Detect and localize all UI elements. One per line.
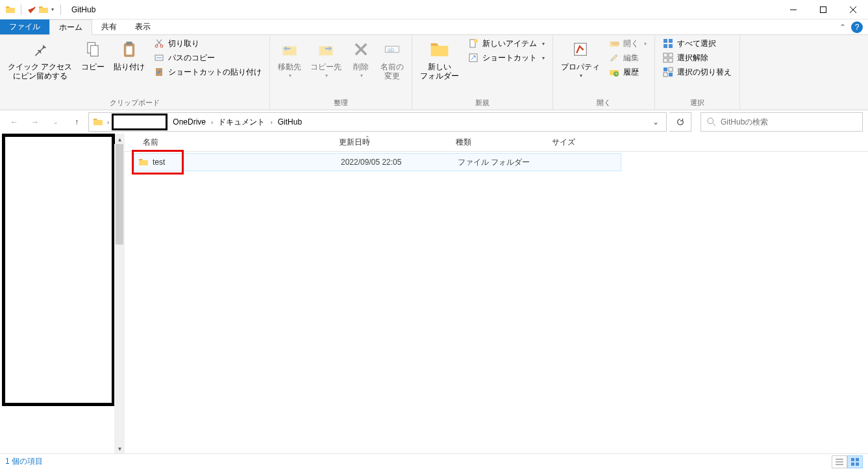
svg-point-10	[160, 45, 163, 47]
copy-label: コピー	[81, 62, 105, 71]
svg-rect-7	[127, 42, 132, 45]
new-item-button[interactable]: 新しいアイテム ▾	[464, 36, 549, 51]
new-item-label: 新しいアイテム	[482, 38, 537, 49]
history-label: 履歴	[623, 67, 639, 78]
column-header-type[interactable]: 種類	[451, 134, 547, 151]
list-item[interactable]: test 2022/09/05 22:05 ファイル フォルダー	[134, 153, 621, 171]
edit-button[interactable]: 編集	[605, 51, 651, 65]
open-button[interactable]: 開く ▾	[605, 36, 651, 51]
address-bar[interactable]: › OneDrive › ドキュメント › GitHub ⌄	[88, 112, 667, 132]
cut-button[interactable]: 切り取り	[150, 36, 266, 51]
paste-shortcut-label: ショートカットの貼り付け	[168, 67, 262, 78]
view-details-button[interactable]	[832, 455, 847, 468]
nav-recent-dropdown[interactable]: ⌄	[47, 113, 65, 131]
copy-to-button[interactable]: コピー先 ▾	[306, 36, 345, 82]
column-header-date[interactable]: 更新日時	[334, 134, 451, 151]
chevron-right-icon[interactable]: ›	[106, 119, 110, 126]
new-folder-button[interactable]: 新しい フォルダー	[416, 36, 463, 84]
ribbon-group-select: すべて選択 選択解除 選択の切り替え 選択	[655, 35, 740, 110]
copy-button[interactable]: コピー	[77, 36, 108, 74]
chevron-right-icon[interactable]: ›	[269, 119, 273, 126]
redacted-segment	[112, 114, 167, 130]
svg-rect-38	[856, 458, 859, 461]
move-to-button[interactable]: 移動先 ▾	[274, 36, 305, 82]
qat-dropdown-icon[interactable]: ▾	[50, 6, 55, 12]
open-label: 開く	[623, 38, 639, 49]
tab-share[interactable]: 共有	[92, 19, 126, 34]
close-button[interactable]	[838, 0, 868, 19]
delete-button[interactable]: 削除 ▾	[347, 36, 375, 82]
paste-shortcut-button[interactable]: ショートカットの貼り付け	[150, 65, 266, 79]
rename-button[interactable]: ab 名前の 変更	[377, 36, 408, 84]
edit-icon	[609, 53, 619, 63]
shortcut-icon	[468, 53, 478, 63]
scroll-thumb[interactable]	[116, 144, 123, 245]
select-all-label: すべて選択	[677, 38, 716, 49]
minimize-button[interactable]	[778, 0, 808, 19]
copy-path-button[interactable]: パスのコピー	[150, 51, 266, 65]
tab-file[interactable]: ファイル	[0, 19, 49, 34]
navigation-pane[interactable]: ▴ ▾	[0, 134, 125, 453]
chevron-down-icon: ▾	[542, 41, 545, 47]
nav-forward-button[interactable]: →	[26, 113, 44, 131]
breadcrumb-github[interactable]: GitHub	[274, 113, 306, 131]
scroll-down-icon[interactable]: ▾	[114, 443, 125, 453]
copy-to-label: コピー先	[310, 62, 341, 71]
chevron-down-icon: ▾	[325, 73, 328, 79]
maximize-button[interactable]	[808, 0, 838, 19]
svg-rect-31	[669, 73, 673, 77]
search-box[interactable]	[701, 112, 863, 132]
svg-line-33	[713, 123, 715, 126]
ribbon: クイック アクセス にピン留めする コピー 貼り付け 切り取り パスのコピー	[0, 35, 868, 110]
tab-view[interactable]: 表示	[126, 19, 160, 34]
folder-icon	[138, 157, 149, 167]
nav-back-button[interactable]: ←	[5, 113, 23, 131]
new-shortcut-button[interactable]: ショートカット ▾	[464, 51, 549, 65]
invert-selection-label: 選択の切り替え	[677, 67, 732, 78]
pin-quick-access-button[interactable]: クイック アクセス にピン留めする	[4, 36, 76, 84]
chevron-down-icon: ▾	[644, 41, 647, 47]
nav-up-button[interactable]: ↑	[68, 113, 86, 131]
column-header-size[interactable]: サイズ	[547, 134, 609, 151]
paste-label: 貼り付け	[114, 62, 145, 71]
scroll-track[interactable]	[114, 144, 125, 443]
ribbon-collapse-icon[interactable]: ⌃	[839, 23, 846, 32]
history-button[interactable]: 履歴	[605, 65, 651, 79]
svg-point-32	[708, 118, 713, 124]
pin-label: クイック アクセス にピン留めする	[8, 62, 72, 81]
chevron-right-icon[interactable]: ›	[210, 119, 214, 126]
svg-rect-40	[856, 463, 859, 466]
svg-rect-29	[669, 67, 673, 71]
item-name: test	[153, 158, 165, 167]
qat-properties-icon[interactable]	[27, 5, 37, 15]
breadcrumb-onedrive[interactable]: OneDrive	[169, 113, 210, 131]
scroll-up-icon[interactable]: ▴	[114, 134, 125, 144]
select-all-button[interactable]: すべて選択	[659, 36, 736, 51]
svg-rect-1	[821, 6, 826, 12]
svg-rect-23	[669, 44, 673, 48]
move-to-icon	[279, 39, 300, 60]
select-none-button[interactable]: 選択解除	[659, 51, 736, 65]
select-all-icon	[663, 38, 673, 49]
qat-folder-icon[interactable]	[38, 5, 49, 15]
search-input[interactable]	[721, 117, 857, 126]
tab-home[interactable]: ホーム	[49, 19, 92, 35]
help-icon[interactable]: ?	[851, 21, 863, 33]
invert-selection-button[interactable]: 選択の切り替え	[659, 65, 736, 79]
paste-button[interactable]: 貼り付け	[110, 36, 149, 74]
address-dropdown-button[interactable]: ⌄	[647, 113, 665, 131]
svg-point-16	[474, 39, 478, 43]
properties-button[interactable]: プロパティ ▾	[557, 36, 604, 82]
move-to-label: 移動先	[278, 62, 301, 71]
breadcrumb-documents[interactable]: ドキュメント	[214, 113, 269, 131]
svg-rect-26	[663, 58, 667, 62]
svg-rect-39	[851, 463, 854, 466]
column-header-name[interactable]: 名前	[125, 134, 334, 151]
view-icons-button[interactable]	[847, 455, 863, 468]
nav-scrollbar[interactable]: ▴ ▾	[114, 134, 125, 453]
file-list-pane[interactable]: ⌃ 名前 更新日時 種類 サイズ test 2022/09/05 22:05 フ…	[125, 134, 868, 453]
ribbon-tabs: ファイル ホーム 共有 表示 ⌃ ?	[0, 19, 868, 35]
refresh-button[interactable]	[669, 112, 691, 132]
cut-label: 切り取り	[168, 38, 199, 49]
address-folder-icon	[93, 117, 103, 127]
